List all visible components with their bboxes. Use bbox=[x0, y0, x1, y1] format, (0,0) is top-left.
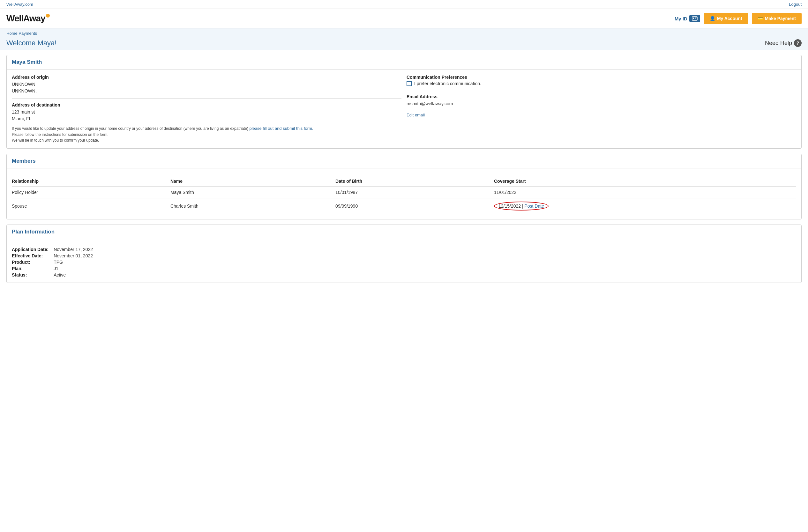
svg-rect-2 bbox=[695, 18, 697, 18]
welcome-text: Welcome Maya! bbox=[6, 39, 56, 47]
plan-field-value-2: TPG bbox=[54, 260, 796, 265]
member-dob: 09/09/1990 bbox=[335, 198, 494, 214]
col-dob: Date of Birth bbox=[335, 176, 494, 187]
update-link[interactable]: please fill out and submit this form. bbox=[249, 126, 313, 131]
table-row: Policy Holder Maya Smith 10/01/1987 11/0… bbox=[12, 186, 796, 198]
my-id-label: My ID bbox=[675, 16, 687, 21]
comm-pref-text: I prefer electronic communication. bbox=[414, 81, 481, 86]
member-name: Maya Smith bbox=[170, 186, 335, 198]
plan-card-body: Application Date: November 17, 2022 Effe… bbox=[7, 239, 801, 283]
make-payment-button[interactable]: 💳 Make Payment bbox=[752, 13, 802, 24]
plan-field-label-0: Application Date: bbox=[12, 247, 49, 252]
main-content: Maya Smith Address of origin UNKNOWN UNK… bbox=[0, 50, 808, 293]
plan-grid: Application Date: November 17, 2022 Effe… bbox=[12, 247, 796, 278]
my-id-button[interactable]: My ID bbox=[675, 15, 700, 22]
logout-link[interactable]: Logout bbox=[789, 2, 802, 7]
members-card-body: Relationship Name Date of Birth Coverage… bbox=[7, 168, 801, 219]
profile-card: Maya Smith Address of origin UNKNOWN UNK… bbox=[6, 55, 802, 149]
breadcrumb: Home Payments bbox=[6, 31, 802, 36]
comm-pref-checkbox-row: I prefer electronic communication. bbox=[407, 81, 796, 86]
header-right: My ID 👤 My Account 💳 Make Payment bbox=[675, 13, 802, 24]
profile-card-body: Address of origin UNKNOWN UNKNOWN, Addre… bbox=[7, 70, 801, 148]
svg-rect-3 bbox=[695, 19, 696, 19]
post-date-circle: 12/15/2022 | Post Date bbox=[494, 202, 549, 210]
table-row: Spouse Charles Smith 09/09/1990 12/15/20… bbox=[12, 198, 796, 214]
member-relationship: Spouse bbox=[12, 198, 170, 214]
members-card: Members Relationship Name Date of Birth … bbox=[6, 154, 802, 220]
plan-field-label-2: Product: bbox=[12, 260, 49, 265]
comm-pref-checkbox[interactable] bbox=[407, 81, 412, 86]
need-help-button[interactable]: Need Help ? bbox=[765, 39, 802, 47]
col-coverage-start: Coverage Start bbox=[494, 176, 796, 187]
members-table-head: Relationship Name Date of Birth Coverage… bbox=[12, 176, 796, 187]
profile-left: Address of origin UNKNOWN UNKNOWN, Addre… bbox=[12, 75, 401, 143]
site-link[interactable]: WellAway.com bbox=[6, 2, 33, 7]
logo: WellAway bbox=[6, 13, 50, 24]
profile-grid: Address of origin UNKNOWN UNKNOWN, Addre… bbox=[12, 75, 796, 143]
plan-card-header: Plan Information bbox=[7, 225, 801, 239]
plan-field-value-4: Active bbox=[54, 272, 796, 278]
make-payment-label: Make Payment bbox=[765, 16, 796, 21]
breadcrumb-bar: Home Payments bbox=[0, 28, 808, 38]
my-account-button[interactable]: 👤 My Account bbox=[704, 13, 748, 24]
member-coverage-start-spouse: 12/15/2022 | Post Date bbox=[494, 198, 796, 214]
plan-card: Plan Information Application Date: Novem… bbox=[6, 225, 802, 283]
member-coverage-start: 11/01/2022 bbox=[494, 186, 796, 198]
profile-right: Communication Preferences I prefer elect… bbox=[407, 75, 796, 143]
profile-title: Maya Smith bbox=[12, 59, 42, 65]
plan-field-value-3: J1 bbox=[54, 266, 796, 271]
plan-field-label-3: Plan: bbox=[12, 266, 49, 271]
plan-field-label-4: Status: bbox=[12, 272, 49, 278]
breadcrumb-payments[interactable]: Payments bbox=[19, 31, 37, 36]
member-dob: 10/01/1987 bbox=[335, 186, 494, 198]
comm-pref-label: Communication Preferences bbox=[407, 75, 796, 80]
address-origin-value: UNKNOWN UNKNOWN, bbox=[12, 81, 401, 94]
members-table-header-row: Relationship Name Date of Birth Coverage… bbox=[12, 176, 796, 187]
plan-field-value-0: November 17, 2022 bbox=[54, 247, 796, 252]
my-id-icon bbox=[689, 15, 700, 22]
edit-email-link[interactable]: Edit email bbox=[407, 113, 425, 117]
members-table: Relationship Name Date of Birth Coverage… bbox=[12, 176, 796, 214]
members-card-header: Members bbox=[7, 154, 801, 168]
profile-card-header: Maya Smith bbox=[7, 55, 801, 70]
email-value: msmith@wellaway.com bbox=[407, 100, 796, 107]
logo-dot bbox=[46, 14, 50, 18]
help-icon: ? bbox=[794, 39, 802, 47]
address-destination-value: 123 main st Miami, FL bbox=[12, 109, 401, 122]
plan-field-label-1: Effective Date: bbox=[12, 253, 49, 258]
col-relationship: Relationship bbox=[12, 176, 170, 187]
header: WellAway My ID 👤 My Account 💳 Make Payme… bbox=[0, 9, 808, 28]
need-help-label: Need Help bbox=[765, 40, 792, 46]
logo-text: WellAway bbox=[6, 13, 45, 24]
account-icon: 👤 bbox=[710, 16, 715, 21]
email-label: Email Address bbox=[407, 94, 796, 99]
my-account-label: My Account bbox=[717, 16, 742, 21]
svg-rect-0 bbox=[692, 17, 697, 20]
plan-field-value-1: November 01, 2022 bbox=[54, 253, 796, 258]
welcome-row: Welcome Maya! Need Help ? bbox=[0, 38, 808, 50]
member-relationship: Policy Holder bbox=[12, 186, 170, 198]
plan-title: Plan Information bbox=[12, 229, 55, 235]
svg-point-1 bbox=[693, 18, 694, 19]
post-date-link[interactable]: Post Date bbox=[524, 204, 544, 209]
col-name: Name bbox=[170, 176, 335, 187]
members-title: Members bbox=[12, 158, 36, 164]
address-destination-label: Address of destination bbox=[12, 102, 401, 108]
top-bar: WellAway.com Logout bbox=[0, 0, 808, 9]
payment-icon: 💳 bbox=[757, 16, 763, 21]
update-note: If you would like to update your address… bbox=[12, 125, 401, 143]
member-name: Charles Smith bbox=[170, 198, 335, 214]
breadcrumb-home[interactable]: Home bbox=[6, 31, 18, 36]
members-table-body: Policy Holder Maya Smith 10/01/1987 11/0… bbox=[12, 186, 796, 214]
address-origin-label: Address of origin bbox=[12, 75, 401, 80]
